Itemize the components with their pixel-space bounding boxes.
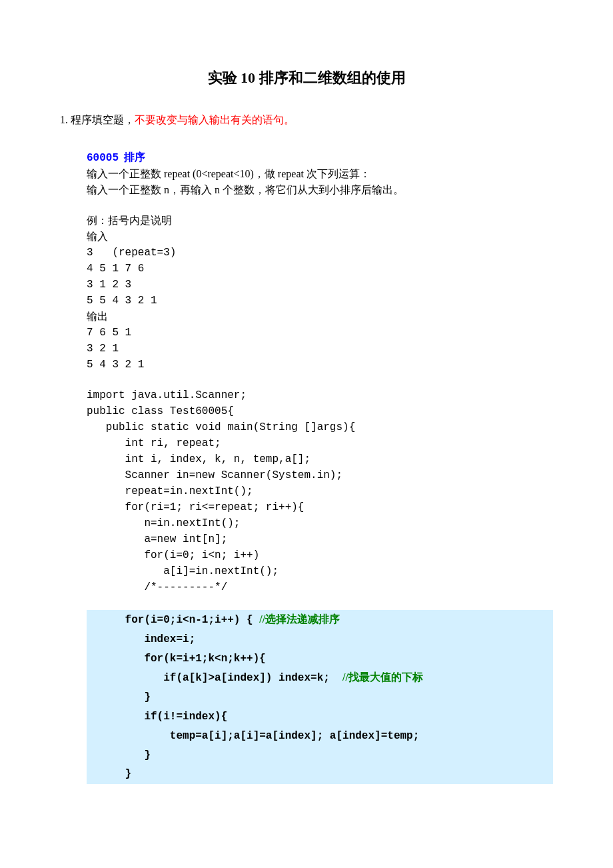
desc-line-1: 输入一个正整数 repeat (0<repeat<10)，做 repeat 次下… [87,166,553,182]
code-line: public static void main(String []args){ [87,419,553,435]
code-line: n=in.nextInt(); [87,515,553,531]
question-label: 程序填空题， [71,114,135,125]
input-label: 输入 [87,229,553,245]
output-line-3: 5 4 3 2 1 [87,357,553,373]
input-line-1: 3 (repeat=3) [87,245,553,261]
code-line: /*---------*/ [87,579,553,595]
answer-line: for(k=i+1;k<n;k++){ [87,649,553,669]
spacer [60,135,553,149]
input-line-3: 3 1 2 3 [87,277,553,293]
desc-line-2: 输入一个正整数 n，再输入 n 个整数，将它们从大到小排序后输出。 [87,182,553,198]
question-number: 1. [60,114,68,125]
question-warning: 不要改变与输入输出有关的语句。 [135,114,295,125]
spacer [60,595,553,610]
answer-line: } [87,765,553,784]
code-line: int ri, repeat; [87,435,553,451]
code-line: a=new int[n]; [87,531,553,547]
output-label: 输出 [87,309,553,325]
code-line: a[i]=in.nextInt(); [87,563,553,579]
answer-line: for(i=0;i<n-1;i++) { //选择法递减排序 [87,610,553,630]
answer-line: index=i; [87,630,553,649]
answer-line: } [87,688,553,707]
output-line-1: 7 6 5 1 [87,325,553,341]
page-title: 实验 10 排序和二维数组的使用 [60,67,553,89]
comment: //找最大值的下标 [342,671,423,683]
output-line-2: 3 2 1 [87,341,553,357]
code-line: repeat=in.nextInt(); [87,483,553,499]
input-line-4: 5 5 4 3 2 1 [87,293,553,309]
spacer [60,198,553,213]
example-note: 例：括号内是说明 [87,213,553,229]
section-header: 60005 排序 [87,149,553,166]
answer-line: temp=a[i];a[i]=a[index]; a[index]=temp; [87,727,553,746]
code-line: int i, index, k, n, temp,a[]; [87,451,553,467]
answer-line: } [87,746,553,765]
spacer [60,373,553,387]
code-line: import java.util.Scanner; [87,387,553,403]
question-line: 1. 程序填空题，不要改变与输入输出有关的语句。 [60,112,553,128]
section-id: 60005 [87,152,119,164]
input-line-2: 4 5 1 7 6 [87,261,553,277]
code-line: for(ri=1; ri<=repeat; ri++){ [87,499,553,515]
comment: //选择法递减排序 [259,613,340,625]
code-line: Scanner in=new Scanner(System.in); [87,467,553,483]
answer-line: if(a[k]>a[index]) index=k; //找最大值的下标 [87,668,553,688]
code-line: for(i=0; i<n; i++) [87,547,553,563]
answer-line: if(i!=index){ [87,707,553,727]
code-line: public class Test60005{ [87,403,553,419]
section-name: 排序 [124,151,145,163]
document-page: 实验 10 排序和二维数组的使用 1. 程序填空题，不要改变与输入输出有关的语句… [0,0,613,824]
